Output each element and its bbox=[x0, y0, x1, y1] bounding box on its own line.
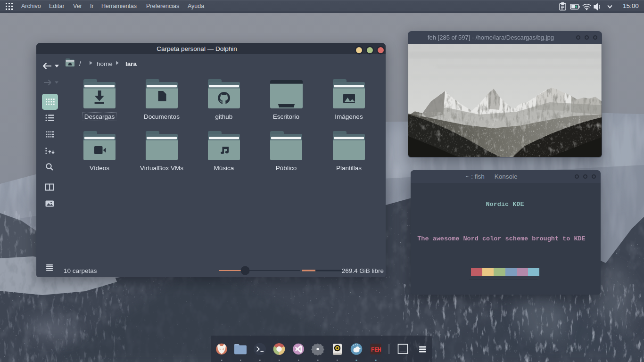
svg-text:lara: lara bbox=[125, 60, 137, 67]
svg-text:FEH: FEH bbox=[371, 346, 381, 354]
svg-text:home: home bbox=[97, 60, 113, 67]
svg-text:/: / bbox=[79, 60, 81, 67]
